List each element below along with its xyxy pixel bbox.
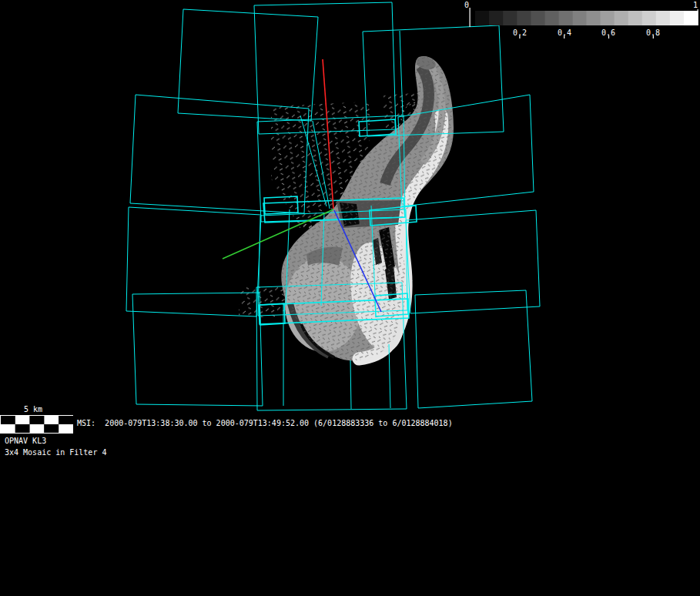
observation-status-line: MSI: 2000-079T13:38:30.00 to 2000-079T13… (77, 419, 453, 428)
scale-bar-checkerboard (1, 416, 74, 434)
scale-bar-label: 5 km (24, 405, 42, 414)
asteroid-shape-model (239, 55, 454, 361)
colorbar-tick-label: 0.2 (513, 28, 527, 38)
colorbar-min-tick (470, 8, 471, 27)
colorbar-max-label: 1 (693, 1, 698, 10)
colorbar-tick-label: 0.8 (646, 28, 660, 38)
caption-mosaic-description: 3x4 Mosaic in Filter 4 (5, 448, 106, 457)
render-canvas (0, 0, 700, 596)
mosaic-footprint (406, 210, 540, 313)
colorbar-ticks (519, 35, 654, 39)
colorbar-max-tick (698, 9, 698, 25)
colorbar-tick-label: 0.6 (601, 28, 615, 38)
colorbar (470, 8, 698, 39)
mosaic-footprint (178, 9, 318, 121)
opnav-display-window: 0 1 0.2 0.4 0.6 0.8 5 km MSI: 2000-079T1… (0, 0, 700, 596)
colorbar-gradient (475, 11, 698, 25)
caption-opnav-id: OPNAV KL3 (5, 437, 46, 446)
colorbar-min-label: 0 (464, 1, 469, 10)
colorbar-tick-label: 0.4 (558, 28, 571, 38)
